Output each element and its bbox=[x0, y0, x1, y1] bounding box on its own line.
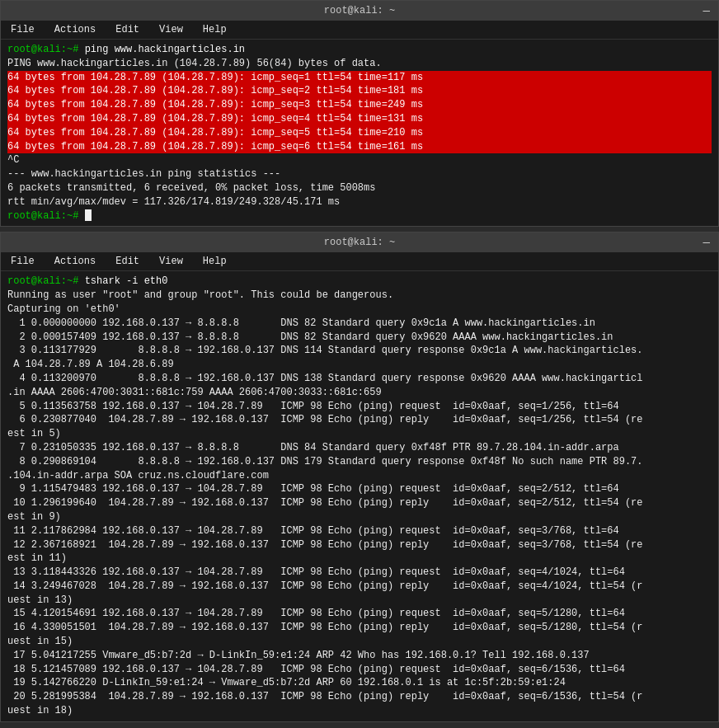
terminal-line: 16 4.330051501 104.28.7.89 → 192.168.0.1… bbox=[7, 621, 712, 635]
terminal-line: est in 11) bbox=[7, 552, 712, 566]
terminal-line: 9 1.115479483 192.168.0.137 → 104.28.7.8… bbox=[7, 482, 712, 496]
terminal-line: 64 bytes from 104.28.7.89 (104.28.7.89):… bbox=[7, 71, 712, 85]
terminal-line: 18 5.121457089 192.168.0.137 → 104.28.7.… bbox=[7, 663, 712, 677]
terminal-line: 64 bytes from 104.28.7.89 (104.28.7.89):… bbox=[7, 112, 712, 126]
terminal-line: root@kali:~# tshark -i eth0 bbox=[7, 275, 712, 289]
terminal-body-1: root@kali:~# ping www.hackingarticles.in… bbox=[1, 40, 718, 226]
terminal-line: 4 0.113200970 8.8.8.8 → 192.168.0.137 DN… bbox=[7, 372, 712, 386]
terminal-line: ^C bbox=[7, 153, 712, 167]
terminal-line: uest in 18) bbox=[7, 704, 712, 718]
terminal-line: 7 0.231050335 192.168.0.137 → 8.8.8.8 DN… bbox=[7, 441, 712, 455]
terminal-line: --- www.hackingarticles.in ping statisti… bbox=[7, 167, 712, 181]
menu-help-2[interactable]: Help bbox=[200, 254, 230, 269]
menu-edit-1[interactable]: Edit bbox=[112, 22, 143, 37]
terminal-line: est in 5) bbox=[7, 427, 712, 441]
terminal-line: 17 5.041217255 Vmware_d5:b7:2d → D-LinkI… bbox=[7, 649, 712, 663]
terminal-line: root@kali:~# bbox=[7, 209, 712, 223]
terminal-line: .104.in-addr.arpa SOA cruz.ns.cloudflare… bbox=[7, 469, 712, 483]
terminal-line: 64 bytes from 104.28.7.89 (104.28.7.89):… bbox=[7, 126, 712, 140]
menu-file-2[interactable]: File bbox=[7, 254, 38, 269]
terminal-line: rtt min/avg/max/mdev = 117.326/174.819/2… bbox=[7, 195, 712, 209]
terminal-line: 8 0.290869104 8.8.8.8 → 192.168.0.137 DN… bbox=[7, 455, 712, 469]
menu-actions-2[interactable]: Actions bbox=[51, 254, 99, 269]
title-bar-2: root@kali: ~ — bbox=[1, 232, 718, 252]
menu-edit-2[interactable]: Edit bbox=[112, 254, 143, 269]
window-title-2: root@kali: ~ bbox=[324, 237, 395, 248]
terminal-line: 13 3.118443326 192.168.0.137 → 104.28.7.… bbox=[7, 566, 712, 580]
minimize-button-2[interactable]: — bbox=[703, 236, 710, 249]
terminal-line: Capturing on 'eth0' bbox=[7, 303, 712, 317]
terminal-line: .in AAAA 2606:4700:3031::681c:759 AAAA 2… bbox=[7, 386, 712, 400]
menu-actions-1[interactable]: Actions bbox=[51, 22, 99, 37]
menu-view-1[interactable]: View bbox=[156, 22, 186, 37]
terminal-line: A 104.28.7.89 A 104.28.6.89 bbox=[7, 358, 712, 372]
menu-bar-2: File Actions Edit View Help bbox=[1, 252, 718, 271]
terminal-line: 10 1.296199640 104.28.7.89 → 192.168.0.1… bbox=[7, 496, 712, 510]
terminal-line: 6 packets transmitted, 6 received, 0% pa… bbox=[7, 181, 712, 195]
terminal-line: 6 0.230877040 104.28.7.89 → 192.168.0.13… bbox=[7, 413, 712, 427]
terminal-line: 2 0.000157409 192.168.0.137 → 8.8.8.8 DN… bbox=[7, 331, 712, 345]
terminal-window-2: root@kali: ~ — File Actions Edit View He… bbox=[0, 232, 719, 722]
terminal-window-1: root@kali: ~ — File Actions Edit View He… bbox=[0, 0, 719, 227]
terminal-line: 1 0.000000000 192.168.0.137 → 8.8.8.8 DN… bbox=[7, 317, 712, 331]
window-title-1: root@kali: ~ bbox=[324, 5, 395, 16]
terminal-line: 64 bytes from 104.28.7.89 (104.28.7.89):… bbox=[7, 98, 712, 112]
terminal-line: 20 5.281995384 104.28.7.89 → 192.168.0.1… bbox=[7, 690, 712, 704]
terminal-line: 12 2.367168921 104.28.7.89 → 192.168.0.1… bbox=[7, 538, 712, 552]
terminal-line: 64 bytes from 104.28.7.89 (104.28.7.89):… bbox=[7, 84, 712, 98]
terminal-line: 64 bytes from 104.28.7.89 (104.28.7.89):… bbox=[7, 140, 712, 154]
menu-bar-1: File Actions Edit View Help bbox=[1, 21, 718, 40]
terminal-line: 15 4.120154691 192.168.0.137 → 104.28.7.… bbox=[7, 607, 712, 621]
title-bar-1: root@kali: ~ — bbox=[1, 1, 718, 21]
terminal-line: est in 9) bbox=[7, 510, 712, 524]
minimize-button-1[interactable]: — bbox=[703, 4, 710, 17]
terminal-line: Running as user "root" and group "root".… bbox=[7, 289, 712, 303]
menu-view-2[interactable]: View bbox=[156, 254, 186, 269]
menu-file-1[interactable]: File bbox=[7, 22, 38, 37]
menu-help-1[interactable]: Help bbox=[200, 22, 230, 37]
terminal-line: 11 2.117862984 192.168.0.137 → 104.28.7.… bbox=[7, 524, 712, 538]
terminal-line: 3 0.113177929 8.8.8.8 → 192.168.0.137 DN… bbox=[7, 344, 712, 358]
terminal-line: root@kali:~# ping www.hackingarticles.in bbox=[7, 43, 712, 57]
terminal-line: 14 3.249467028 104.28.7.89 → 192.168.0.1… bbox=[7, 580, 712, 594]
terminal-line: 19 5.142766220 D-LinkIn_59:e1:24 → Vmwar… bbox=[7, 676, 712, 690]
terminal-line: 5 0.113563758 192.168.0.137 → 104.28.7.8… bbox=[7, 400, 712, 414]
terminal-line: uest in 13) bbox=[7, 594, 712, 608]
terminal-line: PING www.hackingarticles.in (104.28.7.89… bbox=[7, 57, 712, 71]
terminal-line: uest in 15) bbox=[7, 635, 712, 649]
terminal-body-2: root@kali:~# tshark -i eth0Running as us… bbox=[1, 271, 718, 721]
